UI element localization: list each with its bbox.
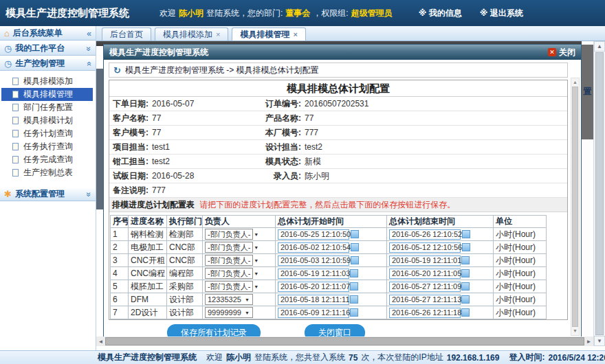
- owner-select[interactable]: -部门负责人-▼: [205, 255, 253, 266]
- end-time-value: 2016-05-19 12:11:01: [392, 256, 461, 264]
- sidebar-section-production-control[interactable]: ◷ 生产控制管理 »: [0, 56, 96, 71]
- calendar-icon[interactable]: [350, 269, 358, 277]
- dialog-scrollbar[interactable]: ▲ ▼: [571, 78, 580, 336]
- start-time-input[interactable]: 2016-05-03 12:10:59: [278, 255, 349, 266]
- sidebar-section-system-config[interactable]: ✱ 系统配置管理 »: [0, 187, 96, 201]
- sidebar-section-backend-menu[interactable]: ⌂ 后台系统菜单 «: [0, 26, 96, 41]
- sidebar-item-task-done-query[interactable]: 任务完成查询: [1, 153, 93, 166]
- chevron-down-icon[interactable]: »: [85, 46, 94, 51]
- start-time-input[interactable]: 2016-05-19 12:11:03: [278, 269, 349, 279]
- sidebar-item-mold-plan[interactable]: 模具排模计划: [1, 114, 93, 127]
- start-time-input[interactable]: 2016-05-02 12:10:54: [278, 242, 349, 253]
- page-vertical-scrollbar[interactable]: ▲ ▼: [593, 41, 605, 346]
- start-time-input[interactable]: 2016-05-25 12:10:50: [278, 229, 349, 240]
- sidebar-section-my-workspace[interactable]: ◷ 我的工作平台 »: [0, 41, 96, 56]
- sidebar-section-label: 生产控制管理: [15, 58, 87, 69]
- my-info-link[interactable]: ※ 我的信息: [419, 8, 462, 19]
- tab-backend-home[interactable]: 后台首页: [102, 27, 151, 41]
- end-time-input[interactable]: 2016-05-20 12:11:05: [389, 269, 461, 279]
- row-no: 2: [111, 241, 129, 254]
- calendar-icon[interactable]: [462, 230, 470, 238]
- scroll-left-icon[interactable]: ◄: [96, 339, 105, 345]
- column-header: 进度名称: [129, 216, 167, 228]
- sidebar-item-label: 生产控制总表: [23, 167, 73, 179]
- start-time-value: 2016-05-02 12:10:54: [280, 243, 351, 251]
- owner-value: 99999999: [208, 308, 241, 317]
- calendar-icon[interactable]: [350, 308, 358, 317]
- form-row: 备注说明: 777: [109, 183, 567, 198]
- end-time-input[interactable]: 2016-05-27 12:11:13: [389, 295, 461, 305]
- end-time-input[interactable]: 2016-05-27 12:11:09: [389, 282, 461, 292]
- calendar-icon[interactable]: [461, 256, 470, 264]
- owner-select[interactable]: -部门负责人-▼: [205, 268, 253, 279]
- dialog-titlebar[interactable]: 模具生产进度控制管理系统 ✕ 关闭: [104, 45, 581, 60]
- calendar-icon[interactable]: [351, 256, 359, 264]
- unit-cell: 小时(Hour): [494, 306, 547, 319]
- owner-value: 12335325: [208, 295, 241, 304]
- scrollbar-thumb[interactable]: [595, 52, 604, 335]
- plan-config-panel: 模具排模总体计划配置 下单日期: 2016-05-07 订单编号: 201605…: [109, 80, 568, 320]
- sidebar-item-dept-task-config[interactable]: 部门任务配置: [1, 101, 93, 114]
- owner-select[interactable]: 12335325▼: [205, 294, 253, 305]
- home-icon: ⌂: [4, 29, 10, 38]
- calendar-icon[interactable]: [351, 243, 359, 251]
- scroll-down-icon[interactable]: ▼: [594, 336, 605, 346]
- calendar-icon[interactable]: [350, 282, 358, 291]
- tab-label: 后台首页: [110, 29, 143, 41]
- dropdown-arrow-icon: ▼: [245, 297, 250, 302]
- document-icon: [12, 91, 19, 98]
- close-icon[interactable]: ×: [216, 30, 220, 38]
- welcome-text: ，权限组:: [313, 8, 348, 19]
- collapse-left-icon[interactable]: «: [87, 29, 91, 38]
- tab-mold-add[interactable]: 模具排模添加 ×: [155, 27, 228, 41]
- sidebar-item-mold-manage[interactable]: 模具排模管理: [1, 88, 93, 101]
- calendar-icon[interactable]: [461, 282, 470, 291]
- scroll-up-icon[interactable]: ▲: [571, 78, 579, 87]
- owner-select[interactable]: -部门负责人-▼: [205, 229, 253, 240]
- end-time-input[interactable]: 2016-05-26 12:11:18: [389, 308, 461, 318]
- start-time-input[interactable]: 2016-05-20 12:11:07: [278, 282, 349, 292]
- page-horizontal-scrollbar[interactable]: ◄ ►: [96, 337, 593, 346]
- breadcrumb-text: 模具生产进度控制管理系统 -> 模具排模总体计划配置: [125, 65, 319, 76]
- gear-icon: ✱: [4, 190, 12, 198]
- owner-select[interactable]: -部门负责人-▼: [205, 281, 253, 292]
- scroll-up-icon[interactable]: ▲: [594, 41, 605, 52]
- calendar-icon[interactable]: [461, 269, 470, 277]
- scrollbar-thumb[interactable]: [572, 87, 578, 327]
- document-icon: [12, 169, 19, 177]
- row-no: 4: [111, 267, 129, 280]
- owner-select[interactable]: 99999999▼: [205, 307, 253, 318]
- document-icon: [12, 143, 19, 150]
- scroll-right-icon[interactable]: ►: [584, 339, 593, 345]
- sidebar-item-production-summary[interactable]: 生产控制总表: [1, 166, 93, 179]
- start-time-input[interactable]: 2016-05-18 12:11:11: [278, 295, 349, 305]
- step-name: DFM: [129, 293, 167, 306]
- calendar-icon[interactable]: [351, 230, 359, 238]
- sidebar-section-label: 我的工作平台: [15, 43, 87, 54]
- scrollbar-thumb[interactable]: [105, 337, 584, 345]
- tab-label: 模具排模添加: [163, 29, 212, 41]
- end-time-input[interactable]: 2016-05-12 12:10:56: [389, 242, 461, 253]
- tab-mold-manage[interactable]: 模具排模管理 ×: [232, 27, 305, 41]
- sidebar-item-task-plan-query[interactable]: 任务计划查询: [1, 127, 93, 140]
- calendar-icon[interactable]: [462, 243, 470, 251]
- close-icon[interactable]: ×: [293, 30, 297, 38]
- dialog-close-button[interactable]: ✕ 关闭: [548, 47, 575, 58]
- start-time-value: 2016-05-20 12:11:07: [280, 282, 350, 291]
- start-time-input[interactable]: 2016-05-09 12:11:16: [278, 308, 349, 318]
- sidebar-item-task-exec-query[interactable]: 任务执行查询: [1, 140, 93, 153]
- chevron-up-icon[interactable]: »: [85, 61, 94, 66]
- scroll-down-icon[interactable]: ▼: [571, 327, 579, 335]
- close-x-icon[interactable]: ✕: [548, 48, 556, 56]
- owner-select[interactable]: -部门负责人-▼: [205, 242, 253, 253]
- start-time-value: 2016-05-25 12:10:50: [280, 230, 351, 238]
- logout-link[interactable]: ※ 退出系统: [480, 8, 523, 19]
- calendar-icon[interactable]: [350, 295, 358, 304]
- tab-label: 模具排模管理: [240, 29, 289, 41]
- sidebar-item-mold-add[interactable]: 模具排模添加: [1, 75, 93, 88]
- calendar-icon[interactable]: [461, 295, 470, 304]
- calendar-icon[interactable]: [461, 308, 470, 317]
- end-time-input[interactable]: 2016-05-26 12:10:52: [389, 229, 461, 240]
- chevron-down-icon[interactable]: »: [85, 192, 94, 196]
- end-time-input[interactable]: 2016-05-19 12:11:01: [389, 255, 461, 266]
